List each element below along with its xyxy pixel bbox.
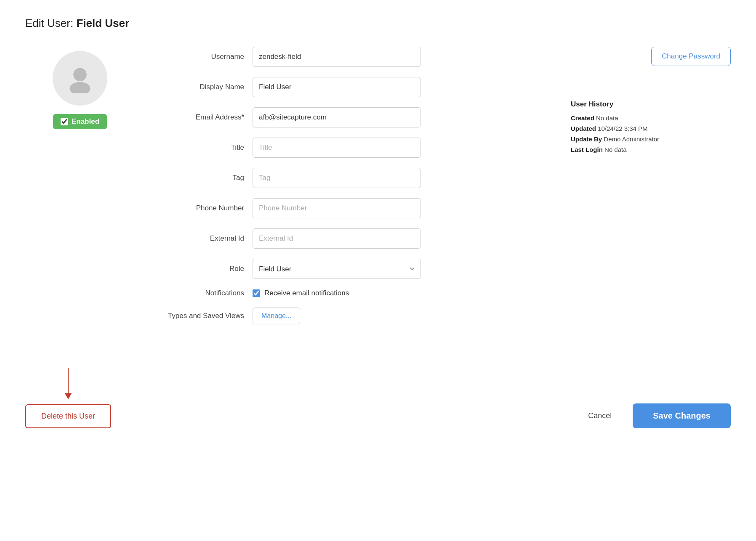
delete-user-button[interactable]: Delete this User bbox=[25, 404, 111, 428]
display-name-label: Display Name bbox=[160, 83, 244, 91]
external-id-input[interactable] bbox=[253, 228, 421, 249]
arrow-line bbox=[68, 368, 69, 393]
save-changes-button[interactable]: Save Changes bbox=[633, 403, 731, 428]
role-select[interactable]: Field User Administrator Read-Only bbox=[253, 259, 421, 279]
title-input[interactable] bbox=[253, 138, 421, 158]
email-input[interactable] bbox=[253, 107, 421, 127]
phone-input[interactable] bbox=[253, 198, 421, 218]
external-id-label: External Id bbox=[160, 234, 244, 243]
svg-point-1 bbox=[70, 82, 91, 93]
role-label: Role bbox=[160, 265, 244, 273]
svg-point-0 bbox=[73, 68, 87, 82]
bottom-right-buttons: Cancel Save Changes bbox=[580, 403, 731, 428]
user-history-title: User History bbox=[571, 100, 731, 109]
notifications-checkbox-label: Receive email notifications bbox=[264, 289, 349, 297]
title-row: Title bbox=[160, 138, 546, 158]
email-label: Email Address* bbox=[160, 113, 244, 122]
page-title: Edit User: Field User bbox=[25, 17, 731, 30]
tag-row: Tag bbox=[160, 168, 546, 188]
arrow-head bbox=[65, 393, 72, 399]
notifications-checkbox[interactable] bbox=[253, 289, 260, 297]
form-column: Username Display Name Email Address* Tit… bbox=[135, 47, 571, 334]
history-item: Update By Demo Administrator bbox=[571, 135, 731, 143]
title-label: Title bbox=[160, 143, 244, 152]
notifications-row: Notifications Receive email notification… bbox=[160, 289, 546, 297]
right-column: Change Password User History Created No … bbox=[571, 47, 731, 156]
phone-row: Phone Number bbox=[160, 198, 546, 218]
role-row: Role Field User Administrator Read-Only bbox=[160, 259, 546, 279]
external-id-row: External Id bbox=[160, 228, 546, 249]
history-item: Created No data bbox=[571, 114, 731, 122]
divider bbox=[571, 83, 731, 83]
username-input[interactable] bbox=[253, 47, 421, 67]
left-column: Enabled bbox=[25, 47, 135, 129]
enabled-checkbox[interactable] bbox=[61, 118, 68, 125]
bottom-area: Delete this User Cancel Save Changes bbox=[25, 368, 731, 428]
history-item: Last Login No data bbox=[571, 146, 731, 153]
email-row: Email Address* bbox=[160, 107, 546, 127]
arrow-down-indicator bbox=[65, 368, 72, 399]
tag-input[interactable] bbox=[253, 168, 421, 188]
display-name-row: Display Name bbox=[160, 77, 546, 97]
change-password-button[interactable]: Change Password bbox=[651, 47, 731, 66]
username-row: Username bbox=[160, 47, 546, 67]
user-history-section: User History Created No dataUpdated 10/2… bbox=[571, 96, 731, 153]
cancel-button[interactable]: Cancel bbox=[580, 405, 620, 427]
display-name-input[interactable] bbox=[253, 77, 421, 97]
delete-section: Delete this User bbox=[25, 368, 111, 428]
notifications-label: Notifications bbox=[160, 289, 244, 297]
enabled-badge[interactable]: Enabled bbox=[53, 114, 107, 129]
avatar bbox=[53, 51, 107, 106]
manage-button[interactable]: Manage... bbox=[253, 308, 300, 324]
username-label: Username bbox=[160, 53, 244, 61]
phone-label: Phone Number bbox=[160, 204, 244, 212]
tag-label: Tag bbox=[160, 174, 244, 182]
types-saved-views-label: Types and Saved Views bbox=[160, 312, 244, 320]
notifications-control: Receive email notifications bbox=[253, 289, 349, 297]
history-item: Updated 10/24/22 3:34 PM bbox=[571, 125, 731, 132]
types-saved-views-row: Types and Saved Views Manage... bbox=[160, 308, 546, 324]
